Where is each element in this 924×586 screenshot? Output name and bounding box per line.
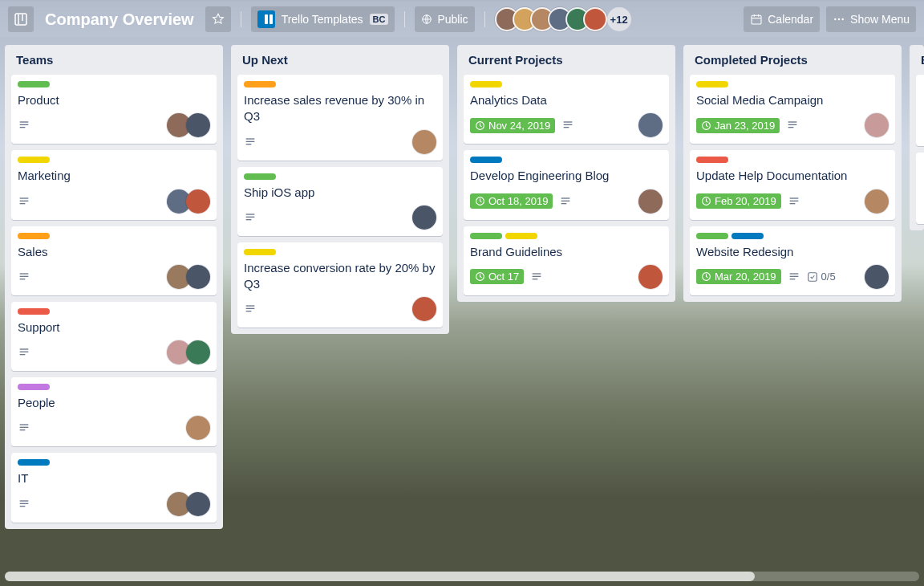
list: Current ProjectsAnalytics DataNov 24, 20… (457, 45, 675, 302)
member-avatar[interactable] (638, 189, 663, 214)
member-avatar[interactable] (186, 265, 210, 289)
member-avatar[interactable] (865, 265, 889, 289)
show-menu-button[interactable]: Show Menu (826, 6, 916, 32)
member-avatar[interactable] (412, 297, 436, 321)
due-date-badge[interactable]: Oct 17 (470, 269, 524, 284)
member-avatar[interactable] (865, 189, 889, 214)
card[interactable]: Increase conversion rate by 20% by Q3 (237, 242, 443, 328)
description-icon (244, 211, 257, 224)
list-name[interactable]: Up Next (237, 51, 443, 68)
member-avatar[interactable] (186, 492, 210, 516)
card-badges: Oct 18, 2019 (470, 193, 572, 209)
member-avatar[interactable] (638, 113, 663, 137)
label-blue[interactable] (18, 459, 50, 466)
card-labels (18, 384, 210, 390)
card-members (412, 206, 436, 230)
list-name[interactable]: B (916, 51, 924, 68)
board-members[interactable] (495, 7, 607, 31)
member-avatar[interactable] (186, 189, 210, 214)
card[interactable]: Support (11, 302, 217, 371)
card-footer (244, 297, 436, 321)
label-yellow[interactable] (244, 249, 276, 255)
card-title: Social Media Campaign (696, 92, 889, 108)
member-avatar[interactable] (865, 113, 889, 137)
card[interactable]: Brand GuidelinesOct 17 (464, 226, 669, 295)
label-green[interactable] (244, 173, 276, 180)
member-avatar[interactable] (186, 340, 210, 364)
card[interactable]: Update Help DocumentationFeb 20, 2019 (690, 150, 895, 219)
card-footer (18, 492, 210, 516)
due-date-badge[interactable]: Mar 20, 2019 (696, 269, 781, 284)
description-icon (788, 271, 800, 283)
due-date-badge[interactable]: Nov 24, 2019 (470, 118, 555, 133)
more-members-count[interactable]: +12 (607, 7, 631, 31)
label-yellow[interactable] (470, 81, 502, 87)
label-orange[interactable] (244, 81, 276, 87)
card[interactable]: Sales (11, 226, 217, 295)
label-blue[interactable] (732, 233, 764, 239)
label-green[interactable] (470, 233, 502, 239)
card[interactable]: Marketing (11, 150, 217, 219)
board-title[interactable]: Company Overview (40, 10, 199, 29)
visibility-button[interactable]: Public (415, 6, 474, 32)
due-date-text: Feb 20, 2019 (715, 195, 776, 207)
list: Up NextIncrease sales revenue by 30% in … (231, 45, 449, 334)
label-yellow[interactable] (18, 157, 50, 163)
member-avatar[interactable] (186, 416, 210, 440)
card-labels (18, 459, 210, 466)
divider (484, 11, 485, 27)
calendar-label: Calendar (768, 13, 813, 26)
list-name[interactable]: Current Projects (464, 51, 669, 68)
label-purple[interactable] (18, 384, 50, 390)
label-red[interactable] (696, 157, 728, 163)
trello-logo-icon (257, 10, 275, 28)
divider (241, 11, 241, 27)
card[interactable]: IT (11, 453, 217, 522)
label-orange[interactable] (18, 233, 50, 239)
label-green[interactable] (696, 233, 728, 239)
card-badges (244, 211, 257, 224)
label-red[interactable] (18, 308, 50, 315)
horizontal-scrollbar[interactable] (5, 572, 919, 581)
description-icon (559, 195, 572, 208)
card[interactable]: BrCre (916, 75, 924, 146)
list-name[interactable]: Teams (11, 51, 217, 68)
checklist-badge[interactable]: 0/5 (807, 271, 836, 283)
template-source-button[interactable]: Trello Templates BC (251, 6, 395, 32)
card[interactable]: Increase sales revenue by 30% in Q3 (237, 75, 443, 161)
card[interactable]: Product (11, 75, 217, 144)
card-badges (244, 136, 257, 149)
board-views-button[interactable] (8, 6, 34, 32)
member-avatar[interactable] (412, 130, 436, 154)
member-avatar[interactable] (638, 265, 663, 289)
card[interactable]: Develop Engineering BlogOct 18, 2019 (464, 150, 669, 219)
label-yellow[interactable] (505, 233, 537, 239)
card[interactable]: People (11, 377, 217, 446)
svg-point-10 (842, 18, 844, 20)
description-icon (18, 498, 30, 511)
board-canvas[interactable]: TeamsProductMarketingSalesSupportPeopleI… (0, 37, 924, 586)
label-blue[interactable] (470, 157, 502, 163)
calendar-button[interactable]: Calendar (744, 6, 820, 32)
card[interactable]: Brande (916, 153, 924, 224)
card-members (865, 113, 889, 137)
description-icon (788, 195, 800, 208)
card[interactable]: Social Media CampaignJan 23, 2019 (690, 75, 895, 144)
due-date-badge[interactable]: Oct 18, 2019 (470, 193, 553, 209)
card[interactable]: Ship iOS app (237, 167, 443, 236)
member-avatar[interactable] (583, 7, 607, 31)
card-badges: Oct 17 (470, 269, 543, 284)
list: TeamsProductMarketingSalesSupportPeopleI… (5, 45, 223, 529)
member-avatar[interactable] (186, 113, 210, 137)
due-date-badge[interactable]: Jan 23, 2019 (696, 118, 780, 133)
due-date-badge[interactable]: Feb 20, 2019 (696, 193, 781, 209)
card[interactable]: Analytics DataNov 24, 2019 (464, 75, 669, 144)
label-green[interactable] (18, 81, 50, 87)
list-name[interactable]: Completed Projects (690, 51, 895, 68)
star-board-button[interactable] (205, 6, 231, 32)
scrollbar-thumb[interactable] (5, 572, 755, 581)
card[interactable]: Website RedesignMar 20, 20190/5 (690, 226, 895, 295)
calendar-icon (750, 13, 763, 26)
member-avatar[interactable] (412, 206, 436, 230)
label-yellow[interactable] (696, 81, 728, 87)
